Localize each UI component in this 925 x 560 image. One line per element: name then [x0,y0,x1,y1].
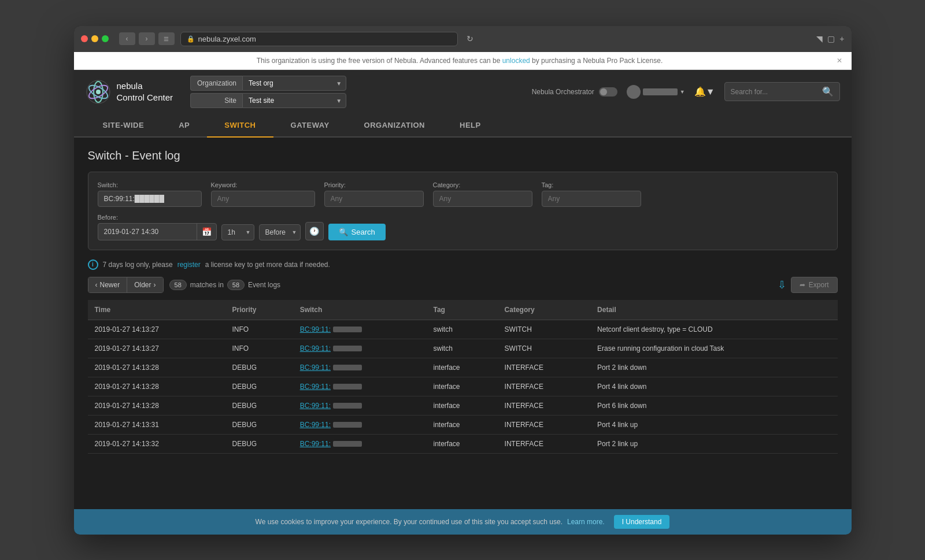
forward-button[interactable]: › [139,32,155,45]
browser-controls [81,35,109,42]
tab-help[interactable]: HELP [442,114,498,138]
learn-more-link[interactable]: Learn more. [567,518,605,526]
tab-ap[interactable]: AP [161,114,207,138]
cell-time: 2019-01-27 14:13:28 [88,358,225,377]
switch-link[interactable]: BC:99:11: [300,344,331,353]
switch-link[interactable]: BC:99:11: [300,421,331,429]
unlock-link[interactable]: unlocked [502,57,530,65]
browser-titlebar: ‹ › ☰ 🔒 nebula.zyxel.com ↻ ◥ ▢ + [74,26,852,52]
org-label: Organization [190,76,242,91]
date-row: Before: 📅 1h 3h 6h 12h 24h [98,214,828,240]
col-time: Time [88,300,225,320]
table-row: 2019-01-27 14:13:28 DEBUG BC:99:11: inte… [88,358,838,377]
category-filter-group: Category: [433,181,532,207]
cell-category: SWITCH [498,339,591,358]
site-select[interactable]: Test site [242,93,346,108]
site-selector-wrapper: Test site [242,93,346,108]
cell-switch: BC:99:11: [293,377,427,396]
nav-tabs: SITE-WIDE AP SWITCH GATEWAY ORGANIZATION… [74,114,852,138]
close-window-button[interactable] [81,35,88,42]
switch-link[interactable]: BC:99:11: [300,325,331,333]
header-search-input[interactable] [731,88,819,96]
cell-switch: BC:99:11: [293,396,427,415]
cell-priority: DEBUG [225,434,293,453]
user-avatar [627,85,641,99]
cell-detail: Port 4 link down [590,377,837,396]
cell-switch: BC:99:11: [293,339,427,358]
switch-filter-group: Switch: [98,181,202,207]
browser-actions: ◥ ▢ + [816,34,844,43]
matches-text: matches in [190,281,224,289]
share-icon[interactable]: ◥ [816,34,823,43]
cell-switch: BC:99:11: [293,320,427,339]
reader-mode-button[interactable]: ☰ [158,32,175,45]
tab-gateway[interactable]: GATEWAY [273,114,347,138]
understand-button[interactable]: I Understand [614,515,670,529]
browser-window: ‹ › ☰ 🔒 nebula.zyxel.com ↻ ◥ ▢ + This or… [74,26,852,535]
minimize-window-button[interactable] [91,35,98,42]
reload-button[interactable]: ↻ [464,32,476,45]
switch-filter-label: Switch: [98,181,202,188]
col-priority: Priority [225,300,293,320]
cell-time: 2019-01-27 14:13:31 [88,415,225,434]
calendar-icon[interactable]: 📅 [197,224,216,240]
table-row: 2019-01-27 14:13:31 DEBUG BC:99:11: inte… [88,415,838,434]
organization-select[interactable]: Test org [242,76,346,91]
search-button[interactable]: 🔍 Search [328,224,386,240]
register-link[interactable]: register [177,261,201,269]
duration-select[interactable]: 1h 3h 6h 12h 24h [221,224,254,240]
address-bar[interactable]: 🔒 nebula.zyxel.com [180,32,458,46]
col-switch: Switch [293,300,427,320]
newer-button[interactable]: ‹ Newer [88,277,128,292]
banner-close-icon[interactable]: ✕ [837,57,842,65]
switch-filter-input[interactable] [98,191,202,207]
priority-filter-input[interactable] [324,191,424,207]
reset-time-button[interactable]: 🕐 [305,222,324,240]
tab-organization[interactable]: ORGANIZATION [347,114,442,138]
user-dropdown-icon[interactable]: ▼ [680,89,685,95]
orchestrator-toggle[interactable] [599,87,617,97]
sidebar-icon[interactable]: ▢ [827,34,835,43]
back-button[interactable]: ‹ [119,32,135,45]
cell-tag: interface [427,377,498,396]
cell-tag: interface [427,434,498,453]
tag-filter-input[interactable] [542,191,641,207]
newer-label: Newer [100,281,120,289]
maximize-window-button[interactable] [102,35,109,42]
cell-switch: BC:99:11: [293,358,427,377]
keyword-filter-input[interactable] [211,191,315,207]
bell-icon[interactable]: 🔔▼ [694,86,715,97]
switch-link[interactable]: BC:99:11: [300,440,331,448]
tab-site-wide[interactable]: SITE-WIDE [86,114,162,138]
older-button[interactable]: Older › [127,277,162,292]
keyword-filter-group: Keyword: [211,181,315,207]
switch-link[interactable]: BC:99:11: [300,402,331,410]
export-icon: ➦ [800,281,805,289]
header-right: Nebula Orchestrator ▼ 🔔▼ 🔍 [532,82,840,101]
info-text-after: a license key to get more data if needed… [205,261,330,269]
date-input[interactable] [98,224,197,239]
download-button[interactable]: ⇩ [778,279,786,291]
orchestrator-label: Nebula Orchestrator [532,88,594,96]
table-row: 2019-01-27 14:13:27 INFO BC:99:11: switc… [88,339,838,358]
cell-detail: Port 2 link up [590,434,837,453]
direction-select[interactable]: Before After [259,224,301,240]
switch-link[interactable]: BC:99:11: [300,383,331,391]
filter-card: Switch: Keyword: Priority: Category: [88,172,838,250]
cell-category: INTERFACE [498,415,591,434]
date-input-wrapper: 📅 [98,223,217,240]
new-tab-icon[interactable]: + [839,34,844,43]
switch-link[interactable]: BC:99:11: [300,364,331,372]
search-icon: 🔍 [822,86,834,97]
pro-banner: This organization is using the free vers… [74,52,852,70]
export-button: ➦ Export [791,277,838,293]
cell-tag: switch [427,339,498,358]
banner-text: This organization is using the free vers… [257,57,502,65]
category-filter-label: Category: [433,181,532,188]
category-filter-input[interactable] [433,191,532,207]
org-selector-wrapper: Test org [242,76,346,91]
cell-category: INTERFACE [498,358,591,377]
col-tag: Tag [427,300,498,320]
before-filter-label: Before: [98,214,217,221]
tab-switch[interactable]: SWITCH [207,114,273,138]
